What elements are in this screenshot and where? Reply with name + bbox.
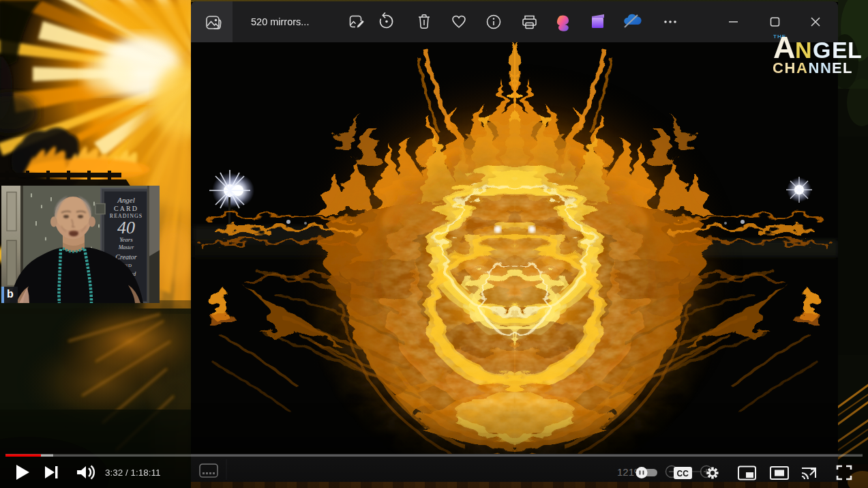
svg-text:N: N (820, 59, 831, 76)
svg-text:CC: CC (677, 469, 689, 478)
svg-text:H: H (785, 59, 796, 76)
svg-text:A: A (796, 59, 807, 76)
svg-text:N: N (809, 59, 820, 76)
svg-text:520 mirrors...: 520 mirrors... (251, 16, 309, 27)
svg-text:E: E (832, 59, 842, 76)
svg-text:L: L (843, 59, 852, 76)
svg-text:C: C (773, 59, 783, 76)
svg-text:3:32 / 1:18:11: 3:32 / 1:18:11 (105, 468, 161, 478)
